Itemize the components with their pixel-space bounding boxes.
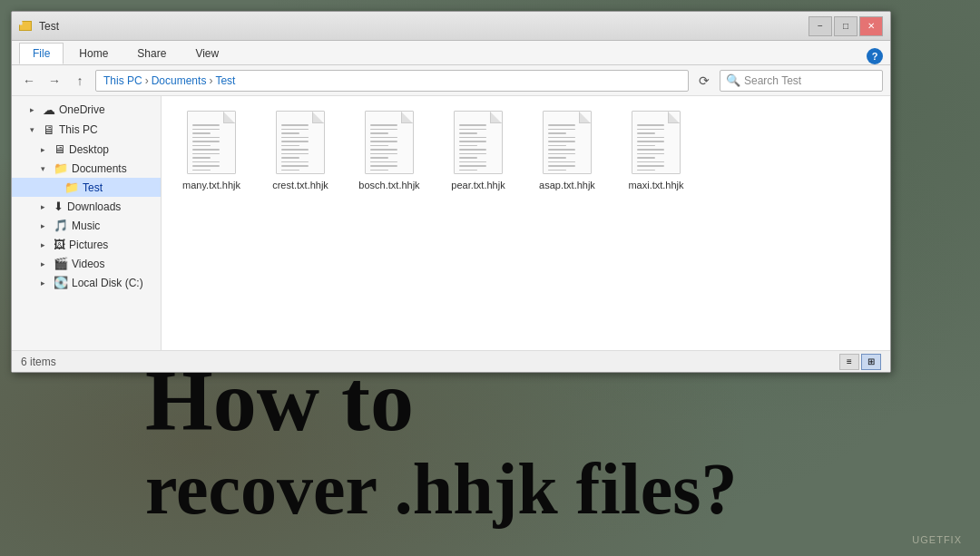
file-page — [454, 111, 503, 174]
file-item[interactable]: asap.txt.hhjk — [526, 105, 608, 195]
sidebar-label-music: Music — [72, 219, 100, 232]
search-box[interactable]: 🔍 Search Test — [720, 70, 883, 92]
path-test[interactable]: Test — [215, 74, 235, 87]
title-bar-icons — [19, 21, 32, 31]
file-item[interactable]: pear.txt.hhjk — [437, 105, 519, 195]
sidebar-label-localdisk: Local Disk (C:) — [72, 277, 143, 289]
documents-icon: 📁 — [54, 161, 68, 175]
close-button[interactable]: ✕ — [859, 16, 883, 36]
expand-icon: ▸ — [41, 221, 50, 230]
expand-icon: ▸ — [41, 202, 50, 211]
expand-icon: ▸ — [41, 240, 50, 249]
thispc-icon: 🖥 — [43, 122, 55, 137]
file-icon — [451, 109, 505, 176]
sidebar-item-documents[interactable]: ▾ 📁 Documents — [12, 159, 161, 178]
tab-home[interactable]: Home — [65, 43, 122, 64]
expand-icon: ▾ — [30, 125, 39, 134]
file-page — [365, 111, 414, 174]
watermark: UGETFIX — [912, 534, 962, 545]
sidebar-item-onedrive[interactable]: ▸ ☁ OneDrive — [12, 100, 161, 120]
view-large-button[interactable]: ⊞ — [861, 354, 881, 370]
sidebar-label-documents: Documents — [72, 162, 127, 175]
file-icon — [273, 109, 328, 176]
sidebar-label-downloads: Downloads — [67, 200, 121, 213]
sidebar-item-localdisk[interactable]: ▸ 💽 Local Disk (C:) — [12, 273, 161, 292]
forward-button[interactable]: → — [44, 71, 64, 91]
file-icon — [540, 109, 594, 176]
file-name: bosch.txt.hhjk — [358, 180, 419, 191]
tab-share[interactable]: Share — [123, 43, 180, 64]
ribbon-tabs: File Home Share View ? — [12, 41, 890, 64]
music-icon: 🎵 — [54, 219, 68, 232]
item-count: 6 items — [21, 356, 56, 368]
path-thispc[interactable]: This PC — [103, 74, 142, 87]
file-lines — [281, 124, 311, 173]
sidebar-label-onedrive: OneDrive — [59, 103, 105, 116]
file-lines — [459, 124, 489, 173]
view-toggle: ≡ ⊞ — [839, 354, 881, 370]
up-button[interactable]: ↑ — [70, 71, 90, 91]
file-page — [276, 111, 325, 174]
test-folder-icon: 📁 — [64, 180, 79, 194]
file-name: asap.txt.hhjk — [539, 180, 595, 191]
localdisk-icon: 💽 — [54, 276, 68, 289]
sidebar-label-desktop: Desktop — [69, 143, 109, 156]
file-item[interactable]: crest.txt.hhjk — [260, 105, 341, 195]
sidebar-item-music[interactable]: ▸ 🎵 Music — [12, 216, 161, 235]
downloads-icon: ⬇ — [54, 200, 64, 213]
onedrive-icon: ☁ — [43, 102, 55, 117]
file-icon — [629, 109, 683, 176]
tab-view[interactable]: View — [181, 43, 232, 64]
sidebar-item-downloads[interactable]: ▸ ⬇ Downloads — [12, 197, 161, 216]
search-icon: 🔍 — [726, 73, 740, 87]
videos-icon: 🎬 — [54, 257, 68, 270]
title-bar: Test − □ ✕ — [12, 12, 890, 41]
status-bar: 6 items ≡ ⊞ — [12, 350, 890, 372]
expand-icon: ▸ — [30, 105, 39, 114]
address-path[interactable]: This PC › Documents › Test — [95, 70, 689, 92]
sidebar-label-videos: Videos — [72, 258, 104, 270]
sidebar-label-thispc: This PC — [59, 123, 98, 136]
file-icon — [362, 109, 416, 176]
file-area: many.txt.hhjkcrest.txt.hhjkbosch.txt.hhj… — [162, 96, 890, 350]
sidebar-label-test: Test — [83, 181, 103, 194]
file-page — [632, 111, 681, 174]
file-item[interactable]: bosch.txt.hhjk — [348, 105, 430, 195]
sidebar-item-thispc[interactable]: ▾ 🖥 This PC — [12, 120, 161, 140]
desktop-icon: 🖥 — [54, 142, 65, 156]
sidebar: ▸ ☁ OneDrive ▾ 🖥 This PC ▸ 🖥 Desktop ▾ 📁… — [12, 96, 162, 350]
refresh-button[interactable]: ⟳ — [694, 71, 714, 91]
expand-icon — [52, 183, 61, 192]
file-lines — [637, 124, 667, 173]
tab-file[interactable]: File — [19, 43, 64, 64]
title-text: Test — [39, 20, 808, 33]
file-name: many.txt.hhjk — [182, 180, 240, 191]
help-button[interactable]: ? — [867, 48, 883, 64]
file-item[interactable]: many.txt.hhjk — [171, 105, 252, 195]
expand-icon: ▸ — [41, 145, 50, 154]
file-lines — [548, 124, 578, 173]
title-folder-icon — [19, 21, 32, 31]
maximize-button[interactable]: □ — [834, 16, 858, 36]
file-name: crest.txt.hhjk — [272, 180, 328, 191]
expand-icon: ▾ — [41, 164, 50, 173]
sidebar-item-test[interactable]: 📁 Test — [12, 178, 161, 197]
content-area: ▸ ☁ OneDrive ▾ 🖥 This PC ▸ 🖥 Desktop ▾ 📁… — [12, 96, 890, 350]
expand-icon: ▸ — [41, 278, 50, 288]
file-lines — [192, 124, 222, 173]
file-item[interactable]: maxi.txt.hhjk — [615, 105, 697, 195]
sidebar-item-videos[interactable]: ▸ 🎬 Videos — [12, 254, 161, 273]
file-lines — [370, 124, 400, 173]
ribbon: File Home Share View ? — [12, 41, 890, 65]
file-icon — [184, 109, 239, 176]
pictures-icon: 🖼 — [54, 238, 65, 251]
explorer-window: Test − □ ✕ File Home Share View ? ← → ↑ … — [11, 11, 891, 373]
minimize-button[interactable]: − — [808, 16, 832, 36]
sidebar-item-desktop[interactable]: ▸ 🖥 Desktop — [12, 140, 161, 159]
file-page — [543, 111, 592, 174]
path-documents[interactable]: Documents — [152, 74, 207, 87]
back-button[interactable]: ← — [19, 71, 39, 91]
sidebar-item-pictures[interactable]: ▸ 🖼 Pictures — [12, 235, 161, 254]
address-bar: ← → ↑ This PC › Documents › Test ⟳ 🔍 Sea… — [12, 65, 890, 96]
view-details-button[interactable]: ≡ — [839, 354, 859, 370]
